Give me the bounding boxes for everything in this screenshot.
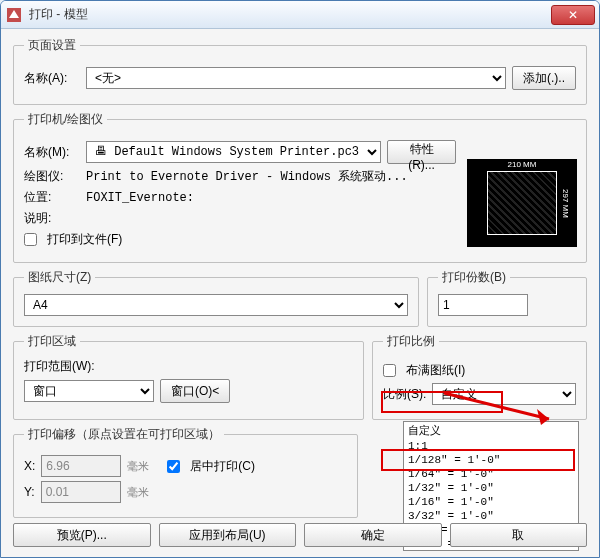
plotter-value: Print to Evernote Driver - Windows 系统驱动.… xyxy=(86,168,408,185)
plot-area-group: 打印区域 打印范围(W): 窗口 窗口(O)< xyxy=(13,333,364,420)
properties-button[interactable]: 特性(R)... xyxy=(387,140,456,164)
preview-button[interactable]: 预览(P)... xyxy=(13,523,151,547)
paper-size-select[interactable]: A4 xyxy=(24,294,408,316)
copies-legend: 打印份数(B) xyxy=(438,269,510,286)
paper-preview: 210 MM 297 MM xyxy=(467,159,577,247)
where-label: 位置: xyxy=(24,189,80,206)
scale-option[interactable]: 3/32" = 1'-0" xyxy=(404,509,578,523)
y-input[interactable] xyxy=(41,481,121,503)
scale-group: 打印比例 布满图纸(I) 比例(S): 自定义 xyxy=(372,333,587,420)
scale-ratio-label: 比例(S): xyxy=(383,386,426,403)
scale-option[interactable]: 1/16" = 1'-0" xyxy=(404,495,578,509)
copies-input[interactable] xyxy=(438,294,528,316)
paper-size-group: 图纸尺寸(Z) A4 xyxy=(13,269,419,327)
plot-range-label: 打印范围(W): xyxy=(24,358,353,375)
y-unit: 毫米 xyxy=(127,485,149,500)
desc-label: 说明: xyxy=(24,210,80,227)
cancel-button[interactable]: 取 xyxy=(450,523,588,547)
apply-layout-button[interactable]: 应用到布局(U) xyxy=(159,523,297,547)
plotter-label: 绘图仪: xyxy=(24,168,80,185)
scale-option[interactable]: 1:1 xyxy=(404,439,578,453)
copies-group: 打印份数(B) xyxy=(427,269,587,327)
paper-size-legend: 图纸尺寸(Z) xyxy=(24,269,95,286)
window-button[interactable]: 窗口(O)< xyxy=(160,379,230,403)
preview-width-label: 210 MM xyxy=(488,160,556,169)
ok-button[interactable]: 确定 xyxy=(304,523,442,547)
plot-to-file-checkbox[interactable] xyxy=(24,233,37,246)
x-unit: 毫米 xyxy=(127,459,149,474)
app-icon xyxy=(5,6,23,24)
page-setup-group: 页面设置 名称(A): <无> 添加(.).. xyxy=(13,37,587,105)
scale-option[interactable]: 1/32" = 1'-0" xyxy=(404,481,578,495)
scale-ratio-select[interactable]: 自定义 xyxy=(432,383,576,405)
close-button[interactable]: ✕ xyxy=(551,5,595,25)
plot-range-select[interactable]: 窗口 xyxy=(24,380,154,402)
y-label: Y: xyxy=(24,485,35,499)
add-button[interactable]: 添加(.).. xyxy=(512,66,576,90)
x-label: X: xyxy=(24,459,35,473)
printer-name-select[interactable]: 🖶 Default Windows System Printer.pc3 xyxy=(86,141,381,163)
plot-area-legend: 打印区域 xyxy=(24,333,80,350)
window-title: 打印 - 模型 xyxy=(29,6,551,23)
fit-to-paper-checkbox[interactable] xyxy=(383,364,396,377)
page-name-label: 名称(A): xyxy=(24,70,80,87)
printer-name-label: 名称(M): xyxy=(24,144,80,161)
page-name-select[interactable]: <无> xyxy=(86,67,506,89)
center-label: 居中打印(C) xyxy=(190,458,255,475)
where-value: FOXIT_Evernote: xyxy=(86,191,194,205)
plot-to-file-label: 打印到文件(F) xyxy=(47,231,122,248)
preview-height-label: 297 MM xyxy=(561,172,570,234)
scale-option[interactable]: 1/64" = 1'-0" xyxy=(404,467,578,481)
printer-legend: 打印机/绘图仪 xyxy=(24,111,107,128)
fit-to-paper-label: 布满图纸(I) xyxy=(406,362,465,379)
offset-legend: 打印偏移（原点设置在可打印区域） xyxy=(24,426,224,443)
scale-option[interactable]: 1/128" = 1'-0" xyxy=(404,453,578,467)
scale-option[interactable]: 自定义 xyxy=(404,422,578,439)
offset-group: 打印偏移（原点设置在可打印区域） X: 毫米 居中打印(C) Y: 毫米 xyxy=(13,426,358,518)
scale-legend: 打印比例 xyxy=(383,333,439,350)
center-checkbox[interactable] xyxy=(167,460,180,473)
page-setup-legend: 页面设置 xyxy=(24,37,80,54)
x-input[interactable] xyxy=(41,455,121,477)
